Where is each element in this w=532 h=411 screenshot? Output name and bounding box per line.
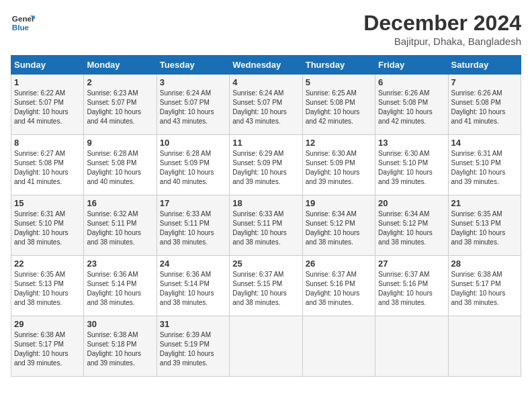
day-detail: Sunrise: 6:36 AMSunset: 5:14 PMDaylight:… [87,270,153,308]
header-thursday: Thursday [302,56,375,75]
table-row: 23Sunrise: 6:36 AMSunset: 5:14 PMDayligh… [84,256,157,316]
table-row: 12Sunrise: 6:30 AMSunset: 5:09 PMDayligh… [302,135,375,195]
header-sunday: Sunday [11,56,84,75]
day-detail: Sunrise: 6:28 AMSunset: 5:08 PMDaylight:… [87,149,153,187]
day-detail: Sunrise: 6:39 AMSunset: 5:19 PMDaylight:… [160,330,226,368]
header-wednesday: Wednesday [230,56,302,75]
day-number: 27 [378,259,445,269]
table-row: 21Sunrise: 6:35 AMSunset: 5:13 PMDayligh… [448,195,521,256]
day-detail: Sunrise: 6:30 AMSunset: 5:09 PMDaylight:… [306,149,372,187]
day-detail: Sunrise: 6:26 AMSunset: 5:08 PMDaylight:… [378,89,445,126]
table-row: 29Sunrise: 6:38 AMSunset: 5:17 PMDayligh… [11,316,84,377]
table-row: 2Sunrise: 6:23 AMSunset: 5:07 PMDaylight… [84,75,157,135]
svg-text:General: General [12,14,35,23]
table-row [448,316,521,377]
day-number: 28 [451,259,518,269]
calendar-body: 1Sunrise: 6:22 AMSunset: 5:07 PMDaylight… [11,75,521,377]
table-row: 16Sunrise: 6:32 AMSunset: 5:11 PMDayligh… [84,195,157,256]
day-detail: Sunrise: 6:28 AMSunset: 5:09 PMDaylight:… [160,149,226,187]
day-detail: Sunrise: 6:27 AMSunset: 5:08 PMDaylight:… [14,149,81,187]
month-title: December 2024 [363,11,521,36]
logo: General Blue [11,11,35,35]
day-number: 19 [306,198,372,208]
table-row: 7Sunrise: 6:26 AMSunset: 5:08 PMDaylight… [448,75,521,135]
logo-icon: General Blue [11,11,35,35]
day-detail: Sunrise: 6:37 AMSunset: 5:15 PMDaylight:… [232,270,299,308]
table-row: 20Sunrise: 6:34 AMSunset: 5:12 PMDayligh… [375,195,448,256]
table-row: 3Sunrise: 6:24 AMSunset: 5:07 PMDaylight… [157,75,229,135]
location: Bajitpur, Dhaka, Bangladesh [363,36,521,47]
table-row: 13Sunrise: 6:30 AMSunset: 5:10 PMDayligh… [375,135,448,195]
day-detail: Sunrise: 6:33 AMSunset: 5:11 PMDaylight:… [232,210,299,247]
day-detail: Sunrise: 6:24 AMSunset: 5:07 PMDaylight:… [160,89,226,126]
table-row: 26Sunrise: 6:37 AMSunset: 5:16 PMDayligh… [302,256,375,316]
calendar-table: Sunday Monday Tuesday Wednesday Thursday… [11,55,521,377]
day-number: 4 [232,77,299,87]
day-number: 20 [378,198,445,208]
day-number: 25 [232,259,299,269]
day-number: 24 [160,259,226,269]
day-number: 10 [160,138,226,148]
header-tuesday: Tuesday [157,56,229,75]
day-detail: Sunrise: 6:23 AMSunset: 5:07 PMDaylight:… [87,89,153,126]
table-row: 6Sunrise: 6:26 AMSunset: 5:08 PMDaylight… [375,75,448,135]
day-number: 18 [232,198,299,208]
day-number: 1 [14,77,81,87]
table-row: 17Sunrise: 6:33 AMSunset: 5:11 PMDayligh… [157,195,229,256]
day-detail: Sunrise: 6:24 AMSunset: 5:07 PMDaylight:… [232,89,299,126]
day-number: 8 [14,138,81,148]
svg-text:Blue: Blue [12,23,30,32]
day-detail: Sunrise: 6:33 AMSunset: 5:11 PMDaylight:… [160,210,226,247]
table-row: 24Sunrise: 6:36 AMSunset: 5:14 PMDayligh… [157,256,229,316]
table-row [302,316,375,377]
day-detail: Sunrise: 6:31 AMSunset: 5:10 PMDaylight:… [451,149,518,187]
day-detail: Sunrise: 6:35 AMSunset: 5:13 PMDaylight:… [451,210,518,247]
header-saturday: Saturday [448,56,521,75]
day-detail: Sunrise: 6:32 AMSunset: 5:11 PMDaylight:… [87,210,153,247]
table-row: 25Sunrise: 6:37 AMSunset: 5:15 PMDayligh… [230,256,302,316]
day-number: 13 [378,138,445,148]
day-detail: Sunrise: 6:36 AMSunset: 5:14 PMDaylight:… [160,270,226,308]
day-number: 30 [87,319,153,329]
table-row: 4Sunrise: 6:24 AMSunset: 5:07 PMDaylight… [230,75,302,135]
calendar-header: Sunday Monday Tuesday Wednesday Thursday… [11,56,521,75]
day-number: 9 [87,138,153,148]
day-detail: Sunrise: 6:29 AMSunset: 5:09 PMDaylight:… [232,149,299,187]
day-number: 23 [87,259,153,269]
day-number: 6 [378,77,445,87]
day-number: 14 [451,138,518,148]
table-row: 9Sunrise: 6:28 AMSunset: 5:08 PMDaylight… [84,135,157,195]
header: General Blue December 2024 Bajitpur, Dha… [11,11,521,47]
day-number: 3 [160,77,226,87]
day-number: 22 [14,259,81,269]
day-number: 16 [87,198,153,208]
table-row: 15Sunrise: 6:31 AMSunset: 5:10 PMDayligh… [11,195,84,256]
day-number: 2 [87,77,153,87]
day-number: 5 [306,77,372,87]
table-row: 19Sunrise: 6:34 AMSunset: 5:12 PMDayligh… [302,195,375,256]
table-row: 28Sunrise: 6:38 AMSunset: 5:17 PMDayligh… [448,256,521,316]
day-number: 21 [451,198,518,208]
table-row: 18Sunrise: 6:33 AMSunset: 5:11 PMDayligh… [230,195,302,256]
table-row: 11Sunrise: 6:29 AMSunset: 5:09 PMDayligh… [230,135,302,195]
day-detail: Sunrise: 6:25 AMSunset: 5:08 PMDaylight:… [306,89,372,126]
table-row [375,316,448,377]
day-number: 15 [14,198,81,208]
day-detail: Sunrise: 6:30 AMSunset: 5:10 PMDaylight:… [378,149,445,187]
table-row: 5Sunrise: 6:25 AMSunset: 5:08 PMDaylight… [302,75,375,135]
table-row: 10Sunrise: 6:28 AMSunset: 5:09 PMDayligh… [157,135,229,195]
title-area: December 2024 Bajitpur, Dhaka, Banglades… [363,11,521,47]
day-number: 12 [306,138,372,148]
table-row: 22Sunrise: 6:35 AMSunset: 5:13 PMDayligh… [11,256,84,316]
day-detail: Sunrise: 6:22 AMSunset: 5:07 PMDaylight:… [14,89,81,126]
table-row: 1Sunrise: 6:22 AMSunset: 5:07 PMDaylight… [11,75,84,135]
table-row: 14Sunrise: 6:31 AMSunset: 5:10 PMDayligh… [448,135,521,195]
day-detail: Sunrise: 6:26 AMSunset: 5:08 PMDaylight:… [451,89,518,126]
day-detail: Sunrise: 6:38 AMSunset: 5:17 PMDaylight:… [14,330,81,368]
day-number: 11 [232,138,299,148]
day-detail: Sunrise: 6:37 AMSunset: 5:16 PMDaylight:… [306,270,372,308]
header-friday: Friday [375,56,448,75]
table-row: 8Sunrise: 6:27 AMSunset: 5:08 PMDaylight… [11,135,84,195]
header-row: Sunday Monday Tuesday Wednesday Thursday… [11,56,521,75]
day-number: 26 [306,259,372,269]
